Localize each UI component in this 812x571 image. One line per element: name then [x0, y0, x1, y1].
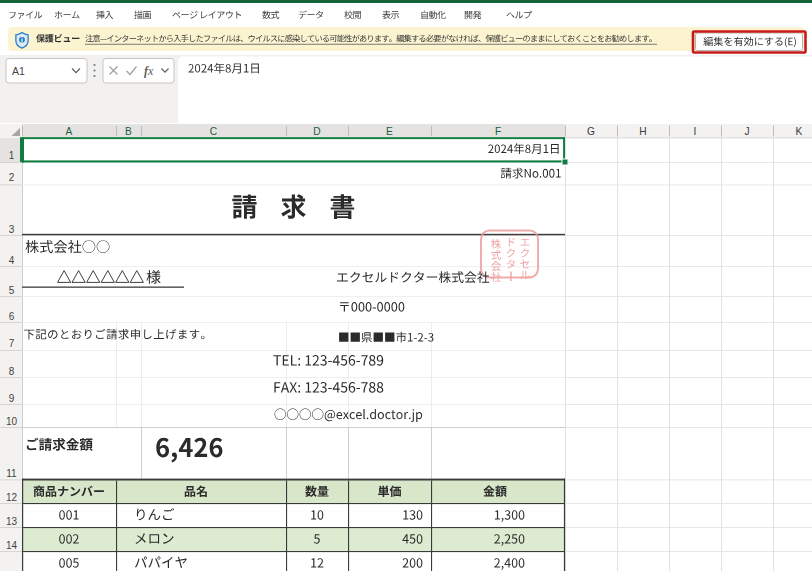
svg-text:6: 6 — [9, 311, 15, 322]
svg-text:9: 9 — [9, 393, 15, 404]
svg-text:1: 1 — [9, 150, 15, 161]
svg-text:fx: fx — [144, 64, 154, 78]
svg-text:5: 5 — [9, 285, 15, 296]
svg-text:7: 7 — [9, 338, 15, 349]
svg-text:11: 11 — [6, 468, 17, 479]
svg-text:H: H — [639, 126, 646, 137]
svg-text:G: G — [587, 126, 595, 137]
svg-text:2: 2 — [9, 172, 15, 183]
svg-text:3: 3 — [9, 224, 15, 235]
svg-text:J: J — [744, 126, 749, 137]
svg-text:4: 4 — [9, 255, 15, 266]
svg-text:8: 8 — [9, 366, 15, 377]
svg-text:14: 14 — [6, 540, 18, 551]
svg-text:C: C — [210, 126, 217, 137]
svg-text:B: B — [125, 126, 132, 137]
svg-text:D: D — [313, 126, 320, 137]
svg-text:12: 12 — [6, 492, 18, 503]
svg-text:A: A — [66, 126, 73, 137]
svg-text:I: I — [694, 126, 697, 137]
svg-text:E: E — [386, 126, 393, 137]
svg-text:A1: A1 — [12, 65, 25, 77]
svg-text:10: 10 — [6, 416, 18, 427]
svg-text:K: K — [796, 126, 803, 137]
svg-text:13: 13 — [6, 516, 18, 527]
svg-text:F: F — [495, 126, 501, 137]
